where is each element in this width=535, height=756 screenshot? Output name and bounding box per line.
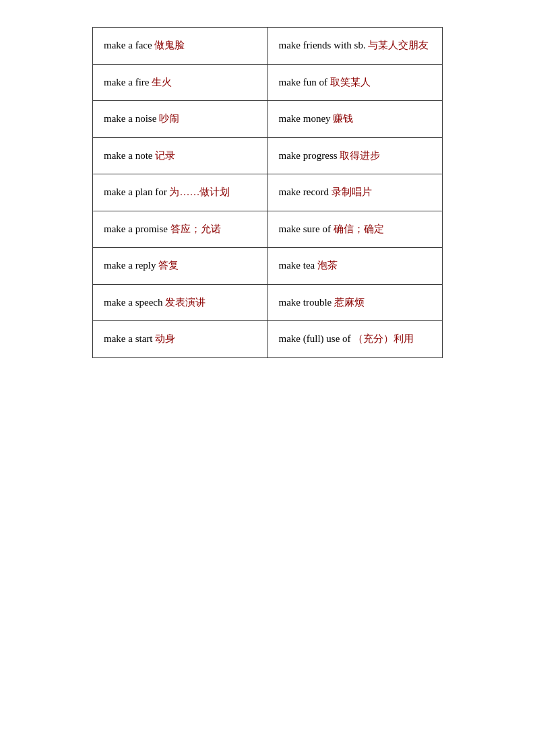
right-cell: make friends with sb. 与某人交朋友 [268,28,443,65]
chinese-text: 为……做计划 [169,186,230,197]
english-text: make sure of [279,224,334,234]
right-cell: make fun of 取笑某人 [268,64,443,101]
english-text: make a note [104,150,155,161]
left-cell: make a noise 吵闹 [93,101,268,138]
vocabulary-table: make a face 做鬼脸make friends with sb. 与某人… [92,27,443,358]
english-text: make a reply [104,260,158,271]
chinese-text: （充分）利用 [353,333,414,344]
chinese-text: 惹麻烦 [334,297,365,308]
left-cell: make a note 记录 [93,137,268,174]
english-text: make a plan for [104,186,169,197]
table-row: make a plan for 为……做计划make record 录制唱片 [93,174,443,211]
chinese-text: 录制唱片 [332,186,372,197]
table-row: make a start 动身make (full) use of （充分）利用 [93,321,443,358]
right-cell: make money 赚钱 [268,101,443,138]
chinese-text: 吵闹 [159,113,179,124]
english-text: make money [279,113,334,124]
chinese-text: 答复 [158,260,179,271]
table-row: make a fire 生火make fun of 取笑某人 [93,64,443,101]
right-cell: make sure of 确信；确定 [268,211,443,248]
left-cell: make a face 做鬼脸 [93,28,268,65]
table-row: make a speech 发表演讲make trouble 惹麻烦 [93,284,443,321]
chinese-text: 发表演讲 [165,297,206,308]
english-text: make a fire [104,77,152,88]
english-text: make trouble [279,297,334,308]
main-table-container: make a face 做鬼脸make friends with sb. 与某人… [92,27,443,358]
left-cell: make a fire 生火 [93,64,268,101]
english-text: make a speech [104,297,165,308]
left-cell: make a start 动身 [93,321,268,358]
table-row: make a reply 答复make tea 泡茶 [93,248,443,285]
left-cell: make a reply 答复 [93,248,268,285]
chinese-text: 与某人交朋友 [368,40,429,50]
chinese-text: 答应；允诺 [170,224,221,234]
chinese-text: 动身 [155,333,175,344]
english-text: make a face [104,40,154,50]
chinese-text: 泡茶 [317,260,338,271]
table-row: make a note 记录make progress 取得进步 [93,137,443,174]
table-row: make a face 做鬼脸make friends with sb. 与某人… [93,28,443,65]
english-text: make fun of [279,77,330,88]
chinese-text: 赚钱 [333,113,353,124]
left-cell: make a plan for 为……做计划 [93,174,268,211]
chinese-text: 记录 [155,150,175,161]
chinese-text: 取得进步 [340,150,380,161]
english-text: make a promise [104,224,170,234]
right-cell: make tea 泡茶 [268,248,443,285]
left-cell: make a promise 答应；允诺 [93,211,268,248]
chinese-text: 生火 [152,77,172,88]
english-text: make a noise [104,113,159,124]
english-text: make friends with sb. [279,40,369,50]
right-cell: make record 录制唱片 [268,174,443,211]
english-text: make record [279,186,332,197]
table-row: make a promise 答应；允诺make sure of 确信；确定 [93,211,443,248]
right-cell: make progress 取得进步 [268,137,443,174]
chinese-text: 确信；确定 [334,224,384,234]
right-cell: make (full) use of （充分）利用 [268,321,443,358]
right-cell: make trouble 惹麻烦 [268,284,443,321]
english-text: make progress [279,150,340,161]
left-cell: make a speech 发表演讲 [93,284,268,321]
chinese-text: 取笑某人 [330,77,371,88]
table-row: make a noise 吵闹make money 赚钱 [93,101,443,138]
english-text: make a start [104,333,155,344]
english-text: make tea [279,260,317,271]
chinese-text: 做鬼脸 [154,40,185,50]
english-text: make (full) use of [279,333,354,344]
